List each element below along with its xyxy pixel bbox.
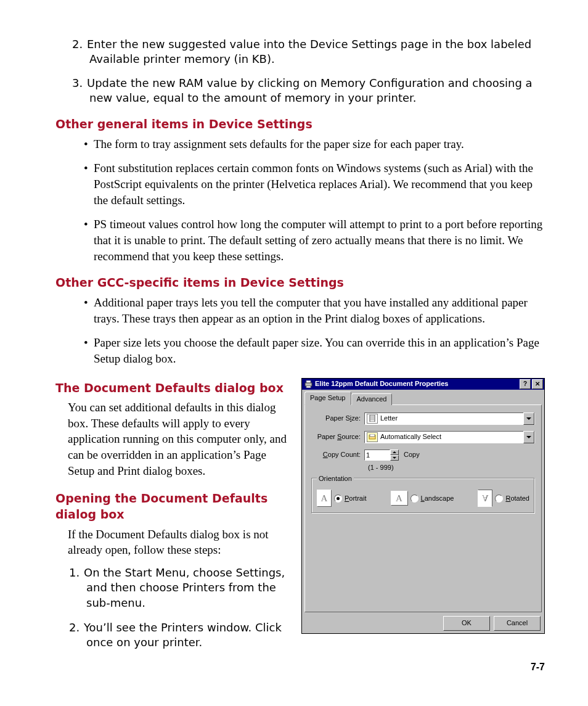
bullet: PS timeout values control how long the c… (94, 216, 545, 264)
tray-icon (367, 432, 378, 442)
tab-page-setup[interactable]: Page Setup (304, 392, 351, 405)
paper-size-dropdown[interactable]: Letter (364, 413, 535, 425)
svg-rect-0 (306, 380, 311, 383)
heading-gcc: Other GCC-specific items in Device Setti… (55, 275, 545, 291)
dialog-title: Elite 12ppm Default Document Properties (315, 379, 448, 388)
copy-word: Copy (404, 450, 420, 459)
rotated-icon: A (478, 490, 492, 507)
top-numbered-list: 2.Enter the new suggested value into the… (55, 37, 545, 105)
printer-icon (304, 380, 312, 388)
orientation-portrait[interactable]: A Portrait (317, 490, 366, 507)
step-3: 3.Update the new RAM value by clicking o… (89, 76, 545, 106)
bullet: Font substitution replaces certain commo… (94, 160, 545, 208)
portrait-icon: A (317, 490, 332, 507)
manual-page: 2.Enter the new suggested value into the… (0, 0, 588, 706)
copy-count-spinbox[interactable] (364, 449, 399, 461)
cancel-button[interactable]: Cancel (494, 616, 541, 631)
heading-open: Opening the Document Defaults dialog box (55, 491, 290, 522)
body-docdef: You can set additional defaults in this … (55, 400, 290, 478)
svg-rect-1 (305, 383, 312, 386)
chevron-down-icon[interactable] (523, 413, 534, 425)
open-step-2: 2.You’ll see the Printers window. Click … (86, 620, 290, 651)
radio-rotated[interactable] (495, 495, 503, 503)
bullet: Paper size lets you choose the default p… (94, 335, 545, 366)
paper-size-value: Letter (380, 414, 523, 423)
paper-source-dropdown[interactable]: Automatically Select (364, 431, 535, 443)
body-open: If the Document Defaults dialog box is n… (55, 527, 290, 558)
ok-button[interactable]: OK (443, 616, 490, 631)
bullets-gcc: Additional paper trays lets you tell the… (55, 295, 545, 367)
bullet: The form to tray assignment sets default… (94, 136, 545, 152)
left-column: The Document Defaults dialog box You can… (55, 378, 290, 660)
chevron-down-icon[interactable] (523, 431, 534, 443)
step-2: 2.Enter the new suggested value into the… (89, 37, 545, 67)
copy-count-input[interactable] (364, 449, 390, 461)
radio-landscape[interactable] (410, 495, 419, 503)
open-step-1: 1.On the Start Menu, choose Settings, an… (86, 565, 290, 610)
spin-up-button[interactable] (390, 449, 399, 455)
bullets-general: The form to tray assignment sets default… (55, 136, 545, 264)
copy-count-label: Copy Count: (311, 450, 361, 459)
orientation-rotated[interactable]: A Rotated (478, 490, 529, 507)
paper-size-label: Paper Size: (311, 414, 361, 423)
radio-portrait[interactable] (334, 495, 342, 503)
close-button[interactable]: ✕ (532, 379, 543, 389)
heading-general: Other general items in Device Settings (55, 117, 545, 133)
open-steps: 1.On the Start Menu, choose Settings, an… (55, 565, 290, 650)
landscape-icon: A (391, 491, 408, 506)
paper-source-value: Automatically Select (380, 432, 523, 441)
paper-source-label: Paper Source: (311, 432, 361, 441)
orientation-legend: Orientation (317, 474, 354, 483)
orientation-landscape[interactable]: A Landscape (391, 491, 454, 506)
heading-docdef: The Document Defaults dialog box (55, 380, 290, 396)
document-properties-dialog: Elite 12ppm Default Document Properties … (301, 378, 545, 634)
copy-range-hint: (1 - 999) (368, 463, 535, 472)
bullet: Additional paper trays lets you tell the… (94, 295, 545, 326)
tab-strip: Page Setup Advanced (304, 392, 542, 404)
svg-rect-9 (370, 434, 375, 437)
page-icon (367, 414, 378, 424)
page-number: 7-7 (531, 660, 545, 674)
dialog-titlebar[interactable]: Elite 12ppm Default Document Properties … (302, 379, 544, 390)
help-button[interactable]: ? (520, 379, 531, 389)
tab-panel-page-setup: Paper Size: Letter Paper Source: (304, 404, 542, 612)
spin-down-button[interactable] (390, 455, 399, 461)
orientation-group: Orientation A Portrait A (311, 478, 535, 514)
svg-rect-2 (306, 386, 311, 388)
tab-advanced[interactable]: Advanced (351, 393, 393, 405)
